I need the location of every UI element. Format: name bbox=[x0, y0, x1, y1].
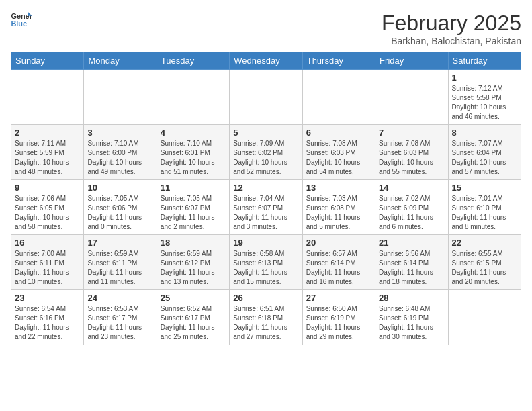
calendar-cell: 24Sunrise: 6:53 AM Sunset: 6:17 PM Dayli… bbox=[84, 290, 157, 345]
calendar-subtitle: Barkhan, Balochistan, Pakistan bbox=[382, 36, 521, 46]
day-number: 19 bbox=[233, 238, 298, 248]
calendar-cell bbox=[375, 70, 448, 125]
day-number: 7 bbox=[379, 128, 444, 138]
day-number: 12 bbox=[233, 183, 298, 193]
calendar-cell: 5Sunrise: 7:09 AM Sunset: 6:02 PM Daylig… bbox=[230, 125, 302, 180]
day-number: 15 bbox=[452, 183, 517, 193]
day-info: Sunrise: 7:06 AM Sunset: 6:05 PM Dayligh… bbox=[15, 194, 80, 232]
day-info: Sunrise: 7:12 AM Sunset: 5:58 PM Dayligh… bbox=[452, 84, 517, 122]
day-info: Sunrise: 6:59 AM Sunset: 6:12 PM Dayligh… bbox=[161, 249, 226, 287]
day-number: 4 bbox=[161, 128, 226, 138]
day-info: Sunrise: 6:58 AM Sunset: 6:13 PM Dayligh… bbox=[233, 249, 298, 287]
day-number: 10 bbox=[87, 183, 152, 193]
page-header: General Blue February 2025 Barkhan, Balo… bbox=[11, 11, 521, 46]
day-number: 18 bbox=[161, 238, 226, 248]
day-number: 17 bbox=[87, 238, 152, 248]
day-number: 9 bbox=[15, 183, 80, 193]
day-info: Sunrise: 7:10 AM Sunset: 6:00 PM Dayligh… bbox=[87, 139, 152, 177]
day-number: 3 bbox=[87, 128, 152, 138]
day-info: Sunrise: 6:55 AM Sunset: 6:15 PM Dayligh… bbox=[452, 249, 517, 287]
day-info: Sunrise: 7:03 AM Sunset: 6:08 PM Dayligh… bbox=[306, 194, 371, 232]
calendar-cell bbox=[84, 70, 157, 125]
day-info: Sunrise: 6:59 AM Sunset: 6:11 PM Dayligh… bbox=[87, 249, 152, 287]
day-number: 2 bbox=[15, 128, 80, 138]
day-number: 26 bbox=[233, 293, 298, 303]
weekday-header-monday: Monday bbox=[84, 52, 157, 70]
calendar-cell: 19Sunrise: 6:58 AM Sunset: 6:13 PM Dayli… bbox=[230, 235, 302, 290]
calendar-cell: 28Sunrise: 6:48 AM Sunset: 6:19 PM Dayli… bbox=[375, 290, 448, 345]
weekday-header-friday: Friday bbox=[375, 52, 448, 70]
calendar-cell: 12Sunrise: 7:04 AM Sunset: 6:07 PM Dayli… bbox=[230, 180, 302, 235]
calendar-cell: 8Sunrise: 7:07 AM Sunset: 6:04 PM Daylig… bbox=[448, 125, 521, 180]
day-info: Sunrise: 7:07 AM Sunset: 6:04 PM Dayligh… bbox=[452, 139, 517, 177]
day-info: Sunrise: 7:05 AM Sunset: 6:07 PM Dayligh… bbox=[161, 194, 226, 232]
calendar-cell: 4Sunrise: 7:10 AM Sunset: 6:01 PM Daylig… bbox=[157, 125, 229, 180]
day-number: 14 bbox=[379, 183, 444, 193]
calendar-title: February 2025 bbox=[382, 11, 521, 36]
day-info: Sunrise: 7:08 AM Sunset: 6:03 PM Dayligh… bbox=[379, 139, 444, 177]
day-number: 8 bbox=[452, 128, 517, 138]
calendar-cell: 27Sunrise: 6:50 AM Sunset: 6:19 PM Dayli… bbox=[302, 290, 375, 345]
day-info: Sunrise: 7:10 AM Sunset: 6:01 PM Dayligh… bbox=[161, 139, 226, 177]
weekday-header-tuesday: Tuesday bbox=[157, 52, 229, 70]
calendar-cell: 18Sunrise: 6:59 AM Sunset: 6:12 PM Dayli… bbox=[157, 235, 229, 290]
calendar-cell: 17Sunrise: 6:59 AM Sunset: 6:11 PM Dayli… bbox=[84, 235, 157, 290]
day-info: Sunrise: 7:11 AM Sunset: 5:59 PM Dayligh… bbox=[15, 139, 80, 177]
day-info: Sunrise: 7:01 AM Sunset: 6:10 PM Dayligh… bbox=[452, 194, 517, 232]
day-number: 25 bbox=[161, 293, 226, 303]
weekday-header-wednesday: Wednesday bbox=[230, 52, 302, 70]
calendar-week-4: 16Sunrise: 7:00 AM Sunset: 6:11 PM Dayli… bbox=[11, 235, 521, 290]
calendar-cell: 3Sunrise: 7:10 AM Sunset: 6:00 PM Daylig… bbox=[84, 125, 157, 180]
weekday-header-saturday: Saturday bbox=[448, 52, 521, 70]
calendar-cell: 20Sunrise: 6:57 AM Sunset: 6:14 PM Dayli… bbox=[302, 235, 375, 290]
day-info: Sunrise: 6:48 AM Sunset: 6:19 PM Dayligh… bbox=[379, 304, 444, 342]
calendar-cell: 1Sunrise: 7:12 AM Sunset: 5:58 PM Daylig… bbox=[448, 70, 521, 125]
day-info: Sunrise: 7:09 AM Sunset: 6:02 PM Dayligh… bbox=[233, 139, 298, 177]
calendar-cell: 25Sunrise: 6:52 AM Sunset: 6:17 PM Dayli… bbox=[157, 290, 229, 345]
calendar-cell: 22Sunrise: 6:55 AM Sunset: 6:15 PM Dayli… bbox=[448, 235, 521, 290]
calendar-cell: 9Sunrise: 7:06 AM Sunset: 6:05 PM Daylig… bbox=[11, 180, 84, 235]
day-info: Sunrise: 6:53 AM Sunset: 6:17 PM Dayligh… bbox=[87, 304, 152, 342]
calendar-cell: 11Sunrise: 7:05 AM Sunset: 6:07 PM Dayli… bbox=[157, 180, 229, 235]
day-info: Sunrise: 6:52 AM Sunset: 6:17 PM Dayligh… bbox=[161, 304, 226, 342]
calendar-cell: 26Sunrise: 6:51 AM Sunset: 6:18 PM Dayli… bbox=[230, 290, 302, 345]
calendar-cell: 2Sunrise: 7:11 AM Sunset: 5:59 PM Daylig… bbox=[11, 125, 84, 180]
day-info: Sunrise: 7:05 AM Sunset: 6:06 PM Dayligh… bbox=[87, 194, 152, 232]
day-number: 6 bbox=[306, 128, 371, 138]
calendar-week-5: 23Sunrise: 6:54 AM Sunset: 6:16 PM Dayli… bbox=[11, 290, 521, 345]
svg-text:Blue: Blue bbox=[11, 19, 27, 28]
day-info: Sunrise: 6:54 AM Sunset: 6:16 PM Dayligh… bbox=[15, 304, 80, 342]
calendar-cell bbox=[302, 70, 375, 125]
day-number: 28 bbox=[379, 293, 444, 303]
calendar-week-3: 9Sunrise: 7:06 AM Sunset: 6:05 PM Daylig… bbox=[11, 180, 521, 235]
calendar-cell: 15Sunrise: 7:01 AM Sunset: 6:10 PM Dayli… bbox=[448, 180, 521, 235]
day-number: 5 bbox=[233, 128, 298, 138]
day-number: 13 bbox=[306, 183, 371, 193]
day-info: Sunrise: 6:57 AM Sunset: 6:14 PM Dayligh… bbox=[306, 249, 371, 287]
day-info: Sunrise: 7:08 AM Sunset: 6:03 PM Dayligh… bbox=[306, 139, 371, 177]
calendar-cell: 13Sunrise: 7:03 AM Sunset: 6:08 PM Dayli… bbox=[302, 180, 375, 235]
calendar-cell: 6Sunrise: 7:08 AM Sunset: 6:03 PM Daylig… bbox=[302, 125, 375, 180]
title-block: February 2025 Barkhan, Balochistan, Paki… bbox=[382, 11, 521, 46]
calendar-cell bbox=[230, 70, 302, 125]
day-number: 27 bbox=[306, 293, 371, 303]
calendar-cell bbox=[448, 290, 521, 345]
day-info: Sunrise: 6:56 AM Sunset: 6:14 PM Dayligh… bbox=[379, 249, 444, 287]
calendar-cell bbox=[11, 70, 84, 125]
calendar-week-1: 1Sunrise: 7:12 AM Sunset: 5:58 PM Daylig… bbox=[11, 70, 521, 125]
day-number: 24 bbox=[87, 293, 152, 303]
day-number: 1 bbox=[452, 73, 517, 83]
weekday-header-row: SundayMondayTuesdayWednesdayThursdayFrid… bbox=[11, 52, 521, 70]
calendar-cell: 16Sunrise: 7:00 AM Sunset: 6:11 PM Dayli… bbox=[11, 235, 84, 290]
weekday-header-thursday: Thursday bbox=[302, 52, 375, 70]
day-info: Sunrise: 6:50 AM Sunset: 6:19 PM Dayligh… bbox=[306, 304, 371, 342]
calendar-table: SundayMondayTuesdayWednesdayThursdayFrid… bbox=[11, 52, 521, 345]
day-info: Sunrise: 7:04 AM Sunset: 6:07 PM Dayligh… bbox=[233, 194, 298, 232]
day-info: Sunrise: 6:51 AM Sunset: 6:18 PM Dayligh… bbox=[233, 304, 298, 342]
logo: General Blue bbox=[11, 11, 32, 30]
day-number: 21 bbox=[379, 238, 444, 248]
day-info: Sunrise: 7:00 AM Sunset: 6:11 PM Dayligh… bbox=[15, 249, 80, 287]
day-number: 11 bbox=[161, 183, 226, 193]
calendar-cell: 14Sunrise: 7:02 AM Sunset: 6:09 PM Dayli… bbox=[375, 180, 448, 235]
day-info: Sunrise: 7:02 AM Sunset: 6:09 PM Dayligh… bbox=[379, 194, 444, 232]
